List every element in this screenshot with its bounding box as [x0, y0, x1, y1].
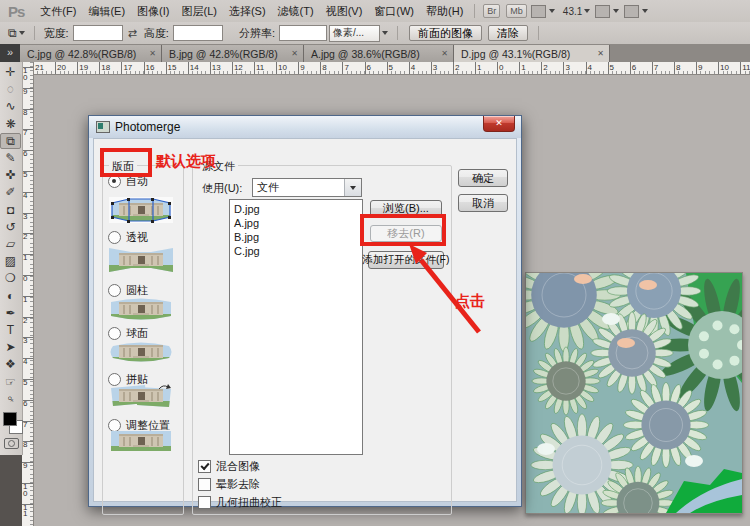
- layout-thumbnail: [109, 339, 173, 365]
- file-list-item[interactable]: C.jpg: [234, 244, 362, 258]
- chevron-down-icon[interactable]: [19, 31, 25, 35]
- ruler-number: 10: [278, 63, 287, 72]
- ruler-tick: [298, 62, 299, 74]
- use-combobox[interactable]: 文件: [252, 178, 362, 197]
- quick-mask-icon[interactable]: [4, 438, 19, 449]
- ruler-number: 14: [190, 63, 199, 72]
- crop-tool[interactable]: ⧉: [0, 133, 21, 149]
- tab-overflow-button[interactable]: »: [0, 44, 20, 62]
- height-input[interactable]: [173, 25, 223, 41]
- document-tab[interactable]: A.jpg @ 38.6%(RGB/8)✕: [304, 45, 454, 62]
- annotation-default-option-text: 默认选项: [156, 152, 216, 171]
- front-image-button[interactable]: 前面的图像: [409, 25, 482, 41]
- menu-item[interactable]: 窗口(W): [368, 5, 420, 17]
- type-tool[interactable]: T: [0, 322, 21, 338]
- tab-close-icon[interactable]: ✕: [597, 49, 604, 58]
- clone-stamp-tool[interactable]: ◘: [0, 202, 21, 218]
- checkbox[interactable]: [198, 496, 211, 509]
- document-tab[interactable]: D.jpg @ 43.1%(RGB/8)✕: [454, 45, 610, 62]
- width-input[interactable]: [73, 25, 123, 41]
- use-combobox-value: 文件: [253, 180, 344, 195]
- marquee-tool[interactable]: ◌: [0, 81, 21, 97]
- hand-tool-icon: ☞: [5, 376, 16, 388]
- blur-tool[interactable]: ❍: [0, 270, 21, 286]
- menu-item[interactable]: 选择(S): [223, 5, 272, 17]
- clone-stamp-tool-icon: ◘: [7, 204, 14, 216]
- menu-item[interactable]: 视图(V): [320, 5, 369, 17]
- custom-shape-tool[interactable]: ❖: [0, 356, 21, 372]
- checkbox-row[interactable]: 混合图像: [198, 459, 260, 474]
- ruler-tick: [475, 62, 476, 74]
- history-brush-tool[interactable]: ↺: [0, 219, 21, 235]
- document-tab[interactable]: C.jpg @ 42.8%(RGB/8)✕: [20, 45, 162, 62]
- close-icon[interactable]: ✕: [483, 116, 515, 132]
- menu-item[interactable]: 文件(F): [34, 5, 82, 17]
- ruler-tick: [608, 62, 609, 74]
- path-selection-tool[interactable]: ➤: [0, 339, 21, 355]
- arrange-documents-icon[interactable]: [531, 5, 546, 18]
- tab-close-icon[interactable]: ✕: [149, 49, 156, 58]
- screen-mode-icon[interactable]: [624, 5, 639, 18]
- zoom-level-value[interactable]: 43.1: [563, 6, 582, 17]
- menu-item[interactable]: 滤镜(T): [272, 5, 320, 17]
- tab-close-icon[interactable]: ✕: [291, 49, 298, 58]
- healing-brush-tool[interactable]: ✜: [0, 167, 21, 183]
- view-extras-icon[interactable]: [595, 5, 610, 18]
- gradient-tool[interactable]: ▨: [0, 253, 21, 269]
- chevron-down-icon: [549, 9, 555, 13]
- options-divider: [538, 26, 539, 40]
- dodge-tool[interactable]: ◐: [0, 288, 21, 304]
- checkbox-row[interactable]: 几何扭曲校正: [198, 495, 282, 510]
- file-list-item[interactable]: B.jpg: [234, 230, 362, 244]
- eraser-tool[interactable]: ▱: [0, 236, 21, 252]
- crop-tool-icon: ⧉: [8, 27, 17, 39]
- menu-item[interactable]: 编辑(E): [82, 5, 131, 17]
- document-canvas-sunflower-artwork[interactable]: [525, 272, 743, 514]
- ruler-number: 2: [543, 63, 547, 72]
- dialog-titlebar[interactable]: Photomerge: [89, 116, 521, 138]
- zoom-tool[interactable]: ♀: [0, 391, 21, 407]
- foreground-color-swatch[interactable]: [3, 412, 17, 426]
- resolution-unit-select[interactable]: 像素/...: [329, 25, 380, 42]
- ruler-number: 8: [322, 63, 326, 72]
- document-tab[interactable]: B.jpg @ 42.8%(RGB/8)✕: [162, 45, 304, 62]
- menu-item[interactable]: 图像(I): [131, 5, 175, 17]
- resolution-input[interactable]: [279, 25, 327, 41]
- tools-panel: ✛◌∿❋⧉✎✜✐◘↺▱▨❍◐✒T➤❖☞♀: [0, 62, 23, 455]
- ruler-number: 11: [742, 63, 750, 72]
- pen-tool[interactable]: ✒: [0, 305, 21, 321]
- cancel-button[interactable]: 取消: [458, 194, 508, 212]
- file-list-item[interactable]: D.jpg: [234, 202, 362, 216]
- hand-tool[interactable]: ☞: [0, 374, 21, 390]
- ruler-number: 4: [23, 359, 27, 366]
- checkbox[interactable]: [198, 460, 211, 473]
- chevron-down-icon: [613, 9, 619, 13]
- lasso-tool[interactable]: ∿: [0, 98, 21, 114]
- checkbox-row[interactable]: 晕影去除: [198, 477, 260, 492]
- layout-option-2[interactable]: 透视: [108, 230, 148, 245]
- checkbox[interactable]: [198, 478, 211, 491]
- checkbox-label: 混合图像: [216, 459, 260, 474]
- ruler-number: 21: [35, 63, 44, 72]
- crop-tool-icon: ⧉: [6, 135, 15, 147]
- menu-item[interactable]: 图层(L): [175, 5, 222, 17]
- eyedropper-tool[interactable]: ✎: [0, 150, 21, 166]
- ruler-number: 6: [23, 151, 27, 158]
- tab-close-icon[interactable]: ✕: [441, 49, 448, 58]
- vertical-ruler: 1 098765432101234567891 01 1: [22, 62, 34, 526]
- quick-selection-tool[interactable]: ❋: [0, 116, 21, 132]
- bridge-button[interactable]: Br: [483, 4, 500, 18]
- move-tool[interactable]: ✛: [0, 64, 21, 80]
- ok-button[interactable]: 确定: [458, 169, 508, 187]
- source-file-list[interactable]: D.jpgA.jpgB.jpgC.jpg: [229, 199, 363, 455]
- menu-item[interactable]: 帮助(H): [420, 5, 469, 17]
- clear-button[interactable]: 清除: [488, 25, 528, 41]
- mini-bridge-button[interactable]: Mb: [506, 4, 527, 18]
- swap-width-height-icon[interactable]: ⇄: [128, 27, 137, 40]
- brush-tool[interactable]: ✐: [0, 184, 21, 200]
- ruler-tick: [718, 62, 719, 74]
- ruler-number: 6: [367, 63, 371, 72]
- ruler-number: 7: [654, 63, 658, 72]
- file-list-item[interactable]: A.jpg: [234, 216, 362, 230]
- radio-button[interactable]: [108, 231, 121, 244]
